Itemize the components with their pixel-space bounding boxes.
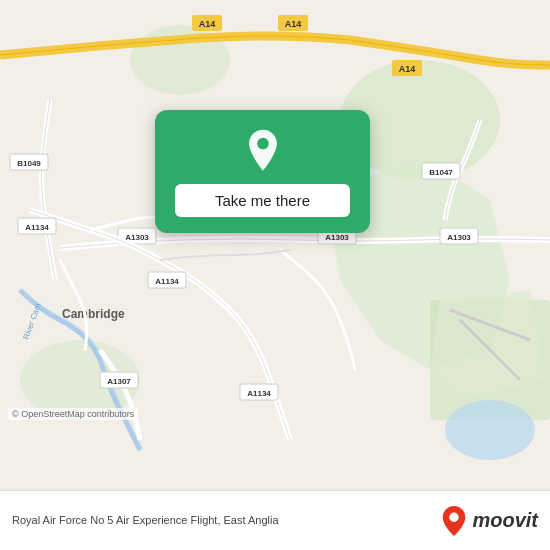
destination-card: Take me there xyxy=(155,110,370,233)
svg-point-37 xyxy=(450,512,459,521)
svg-point-10 xyxy=(445,400,535,460)
take-me-there-button[interactable]: Take me there xyxy=(175,184,350,217)
svg-text:A14: A14 xyxy=(399,64,416,74)
svg-text:A14: A14 xyxy=(199,19,216,29)
moovit-brand-text: moovit xyxy=(472,509,538,532)
svg-text:A1307: A1307 xyxy=(107,377,131,386)
moovit-pin-icon xyxy=(440,505,468,537)
svg-point-36 xyxy=(257,138,269,150)
svg-text:A1134: A1134 xyxy=(247,389,271,398)
moovit-logo: moovit xyxy=(440,505,538,537)
map-container: River Cam A14 A14 A14 B1049 B1047 A1303 … xyxy=(0,0,550,490)
copyright-text: © OpenStreetMap contributors xyxy=(8,408,138,420)
svg-text:A1303: A1303 xyxy=(447,233,471,242)
svg-text:A1303: A1303 xyxy=(325,233,349,242)
svg-text:B1047: B1047 xyxy=(429,168,453,177)
svg-text:A1134: A1134 xyxy=(25,223,49,232)
svg-text:B1049: B1049 xyxy=(17,159,41,168)
svg-text:A14: A14 xyxy=(285,19,302,29)
svg-text:Cambridge: Cambridge xyxy=(62,307,125,321)
location-name-text: Royal Air Force No 5 Air Experience Flig… xyxy=(12,513,279,528)
svg-text:A1134: A1134 xyxy=(155,277,179,286)
bottom-bar: Royal Air Force No 5 Air Experience Flig… xyxy=(0,490,550,550)
svg-text:A1303: A1303 xyxy=(125,233,149,242)
location-pin-icon xyxy=(240,128,286,174)
svg-marker-6 xyxy=(430,290,545,400)
